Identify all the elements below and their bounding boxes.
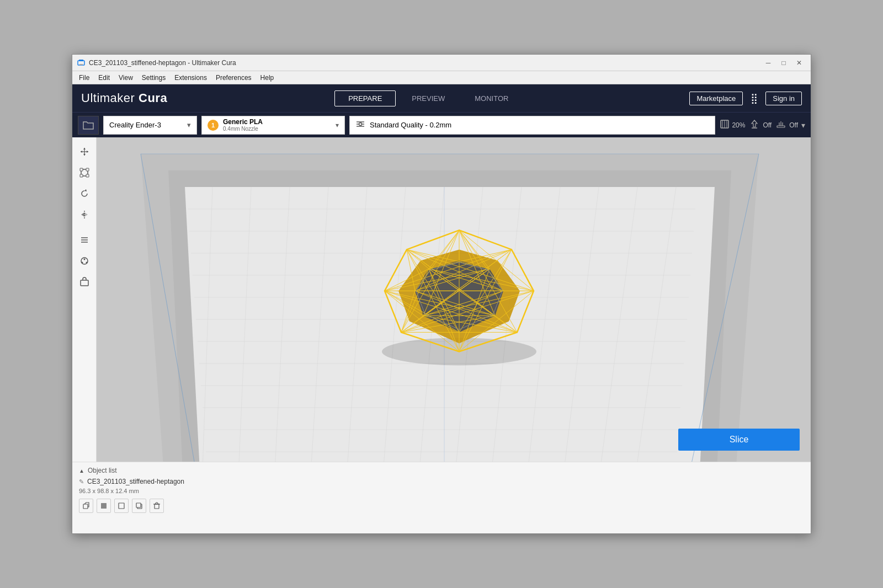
svg-point-3 xyxy=(359,122,362,125)
signin-button[interactable]: Sign in xyxy=(765,92,802,105)
logo-bold: Cura xyxy=(139,91,167,105)
layer-view-button[interactable] xyxy=(76,231,93,249)
adhesion-section: Off ▾ xyxy=(776,119,805,131)
title-bar: CE3_201103_stiffened-heptagon - Ultimake… xyxy=(72,55,811,71)
marketplace-button[interactable]: Marketplace xyxy=(689,92,743,105)
object-filename: CE3_201103_stiffened-heptagon xyxy=(87,478,184,485)
svg-point-28 xyxy=(86,262,87,264)
scale-tool-button[interactable] xyxy=(76,164,93,181)
adhesion-icon xyxy=(776,119,786,131)
close-button[interactable]: ✕ xyxy=(792,57,806,68)
app-icon xyxy=(77,58,86,67)
model-3d xyxy=(365,219,542,373)
printer-name: Creality Ender-3 xyxy=(109,121,161,129)
adhesion-chevron-icon: ▾ xyxy=(801,121,805,130)
support-tool-button[interactable] xyxy=(76,252,93,270)
move-tool-button[interactable] xyxy=(76,143,93,161)
support-section: Off xyxy=(749,119,772,131)
menu-file[interactable]: File xyxy=(75,73,94,83)
svg-rect-134 xyxy=(119,503,124,509)
left-tool-panel xyxy=(72,137,97,462)
infill-section: 20% xyxy=(720,119,745,131)
heptagon-svg xyxy=(365,219,553,379)
svg-rect-20 xyxy=(86,174,89,177)
menu-bar: File Edit View Settings Extensions Prefe… xyxy=(72,71,811,84)
material-number: 1 xyxy=(208,120,219,131)
logo-light: Ultimaker xyxy=(81,91,139,105)
menu-extensions[interactable]: Extensions xyxy=(170,73,211,83)
material-selector[interactable]: 1 Generic PLA 0.4mm Nozzle ▾ xyxy=(201,116,345,135)
quality-selector[interactable]: Standard Quality - 0.2mm xyxy=(349,116,715,135)
object-name-row: ✎ CE3_201103_stiffened-heptagon xyxy=(79,478,804,485)
maximize-button[interactable]: □ xyxy=(776,57,791,68)
object-tools xyxy=(79,499,804,513)
menu-preferences[interactable]: Preferences xyxy=(211,73,256,83)
window-title: CE3_201103_stiffened-heptagon - Ultimake… xyxy=(89,59,761,67)
edit-name-icon: ✎ xyxy=(79,478,84,485)
slice-button[interactable]: Slice xyxy=(678,429,800,451)
svg-rect-137 xyxy=(155,504,159,509)
menu-help[interactable]: Help xyxy=(256,73,279,83)
svg-rect-29 xyxy=(81,280,88,286)
toolbar: Creality Ender-3 ▾ 1 Generic PLA 0.4mm N… xyxy=(72,112,811,137)
svg-rect-17 xyxy=(80,168,83,171)
object-solid-button[interactable] xyxy=(97,499,111,513)
app-window: CE3_201103_stiffened-heptagon - Ultimake… xyxy=(72,54,811,534)
object-list-header[interactable]: ▲ Object list xyxy=(79,467,804,474)
per-model-button[interactable] xyxy=(76,273,93,291)
support-value: Off xyxy=(763,121,772,129)
menu-edit[interactable]: Edit xyxy=(94,73,114,83)
viewport[interactable]: Slice xyxy=(97,137,811,462)
infill-value: 20% xyxy=(732,121,745,129)
material-name: Generic PLA xyxy=(223,118,263,126)
svg-rect-13 xyxy=(777,126,785,127)
object-dimensions: 96.3 x 98.8 x 12.4 mm xyxy=(79,488,804,494)
printer-chevron-icon: ▾ xyxy=(187,121,191,129)
object-duplicate-button[interactable] xyxy=(132,499,146,513)
header-right: Marketplace ⣿ Sign in xyxy=(689,90,802,106)
menu-settings[interactable]: Settings xyxy=(137,73,170,83)
object-wireframe-button[interactable] xyxy=(114,499,129,513)
infill-icon xyxy=(720,119,730,131)
svg-point-27 xyxy=(81,262,83,264)
grid-icon-button[interactable]: ⣿ xyxy=(748,90,760,106)
svg-point-26 xyxy=(83,259,85,260)
quality-label: Standard Quality - 0.2mm xyxy=(370,121,451,129)
app-header: Ultimaker Cura PREPARE PREVIEW MONITOR M… xyxy=(72,84,811,112)
svg-rect-132 xyxy=(83,504,88,509)
object-perspective-button[interactable] xyxy=(79,499,93,513)
mirror-tool-button[interactable] xyxy=(76,206,93,223)
nav-tabs: PREPARE PREVIEW MONITOR xyxy=(334,90,522,106)
svg-rect-18 xyxy=(86,168,89,171)
tab-preview[interactable]: PREVIEW xyxy=(398,90,459,106)
svg-rect-133 xyxy=(101,503,107,509)
quality-settings-icon xyxy=(355,119,365,131)
material-chevron-icon: ▾ xyxy=(336,121,339,129)
svg-rect-1 xyxy=(79,60,83,61)
svg-rect-136 xyxy=(136,503,141,507)
svg-rect-19 xyxy=(80,174,83,177)
tab-monitor[interactable]: MONITOR xyxy=(461,90,522,106)
window-controls: ─ □ ✕ xyxy=(761,57,806,68)
support-icon xyxy=(749,119,759,131)
bottom-panel: ▲ Object list ✎ CE3_201103_stiffened-hep… xyxy=(72,462,811,533)
rotate-tool-button[interactable] xyxy=(76,185,93,202)
object-list-label: Object list xyxy=(88,467,117,474)
material-nozzle: 0.4mm Nozzle xyxy=(223,126,263,132)
app-logo: Ultimaker Cura xyxy=(81,91,167,105)
printer-selector[interactable]: Creality Ender-3 ▾ xyxy=(103,116,197,135)
menu-view[interactable]: View xyxy=(114,73,137,83)
object-delete-button[interactable] xyxy=(150,499,164,513)
folder-button[interactable] xyxy=(78,116,99,135)
main-content: Slice xyxy=(72,137,811,462)
svg-rect-2 xyxy=(79,64,83,65)
tab-prepare[interactable]: PREPARE xyxy=(334,90,396,106)
minimize-button[interactable]: ─ xyxy=(761,57,775,68)
material-info: Generic PLA 0.4mm Nozzle xyxy=(223,118,263,132)
object-list-chevron-icon: ▲ xyxy=(79,468,84,474)
adhesion-value: Off xyxy=(789,121,798,129)
